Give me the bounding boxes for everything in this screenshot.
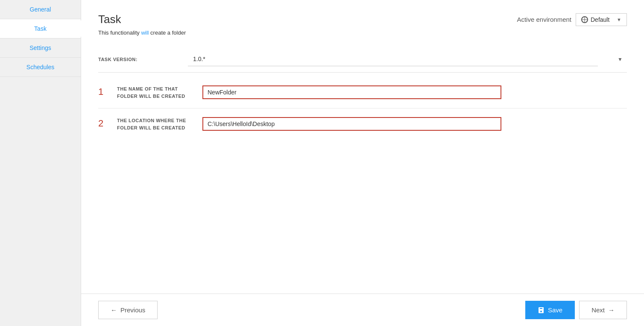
subtitle-highlight: will xyxy=(141,29,149,36)
footer-left: ← Previous xyxy=(98,301,158,319)
version-select-wrapper: 1.0.* ▼ xyxy=(188,52,627,66)
next-button[interactable]: Next → xyxy=(579,301,627,319)
previous-button[interactable]: ← Previous xyxy=(98,301,158,319)
field2-number: 2 xyxy=(98,118,108,129)
arrow-left-icon: ← xyxy=(111,306,117,314)
main-content: Task Active environment Default ▼ This f… xyxy=(81,0,644,326)
task-version-row: TASK VERSION: 1.0.* ▼ xyxy=(98,46,627,73)
previous-label: Previous xyxy=(120,306,145,314)
folder-name-input[interactable] xyxy=(202,85,501,99)
field1-label: THE NAME OF THE THAT FOLDER WILL BE CREA… xyxy=(117,85,194,100)
field1-number: 1 xyxy=(98,86,108,97)
dropdown-arrow-icon: ▼ xyxy=(617,17,621,22)
env-label: Active environment xyxy=(517,16,571,23)
subtitle-text-part2: create a folder xyxy=(149,29,186,36)
sidebar: General Task Settings Schedules xyxy=(0,0,81,326)
field2-label: THE LOCATION WHERE THE FOLDER WILL BE CR… xyxy=(117,117,194,131)
environment-dropdown[interactable]: Default ▼ xyxy=(576,13,627,26)
subtitle: This functionality will create a folder xyxy=(98,29,627,36)
save-button[interactable]: Save xyxy=(525,301,575,319)
content-area: Task Active environment Default ▼ This f… xyxy=(81,0,644,294)
field1-input-wrapper xyxy=(202,85,627,99)
folder-location-input[interactable] xyxy=(202,117,501,131)
page-header: Task Active environment Default ▼ xyxy=(98,13,627,26)
arrow-right-icon: → xyxy=(608,306,615,314)
version-label: TASK VERSION: xyxy=(98,57,179,62)
sidebar-item-schedules[interactable]: Schedules xyxy=(0,58,81,77)
form-row-1: 1 THE NAME OF THE THAT FOLDER WILL BE CR… xyxy=(98,77,627,109)
version-select[interactable]: 1.0.* xyxy=(188,52,598,66)
footer: ← Previous Save Next → xyxy=(81,294,644,326)
footer-right: Save Next → xyxy=(525,301,627,319)
save-icon xyxy=(538,307,544,314)
sidebar-item-task[interactable]: Task xyxy=(0,19,81,38)
sidebar-item-general[interactable]: General xyxy=(0,0,81,19)
form-row-2: 2 THE LOCATION WHERE THE FOLDER WILL BE … xyxy=(98,109,627,140)
next-label: Next xyxy=(591,306,605,314)
subtitle-text-part1: This functionality xyxy=(98,29,141,36)
globe-icon xyxy=(581,16,588,23)
env-value: Default xyxy=(591,16,609,23)
save-label: Save xyxy=(548,306,562,314)
page-title: Task xyxy=(98,13,121,26)
sidebar-item-settings[interactable]: Settings xyxy=(0,38,81,58)
field2-input-wrapper xyxy=(202,117,627,131)
select-arrow-icon: ▼ xyxy=(618,56,623,62)
environment-section: Active environment Default ▼ xyxy=(517,13,627,26)
